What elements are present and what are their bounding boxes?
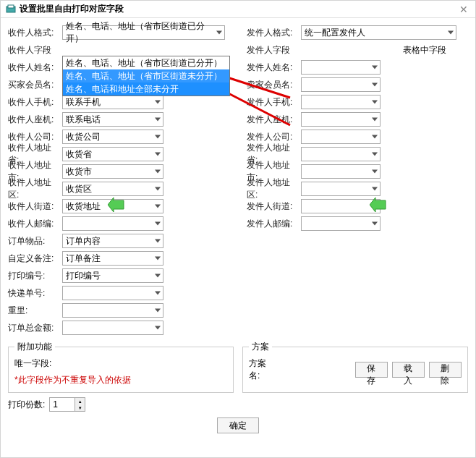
spin-down-icon[interactable]: ▼: [75, 404, 85, 411]
close-icon[interactable]: ✕: [459, 4, 468, 15]
recipient-row-label: 收件人座机:: [8, 114, 62, 126]
recipient-format-dropdown[interactable]: 姓名、电话、地址（省市区街道已分开） 姓名、电话、地址（省市区街道未分开） 姓名…: [62, 56, 230, 96]
svg-rect-1: [8, 5, 14, 8]
chevron-down-icon: [155, 326, 161, 330]
recipient-row-value: 订单备注: [66, 253, 101, 265]
scheme-name-label: 方案名:: [249, 357, 276, 382]
sender-table-header: 表格中字段: [301, 44, 468, 56]
recipient-row-label: 打印编号:: [8, 270, 62, 282]
chevron-down-icon: [155, 292, 161, 295]
chevron-down-icon: [372, 153, 378, 156]
save-button[interactable]: 保存: [355, 362, 388, 378]
chevron-down-icon: [372, 66, 378, 69]
recipient-row-value: 收货市: [66, 166, 92, 178]
recipient-row-select[interactable]: 收货区: [62, 182, 163, 196]
load-button[interactable]: 载入: [392, 362, 425, 378]
recipient-row-value: 收货省: [66, 148, 92, 161]
recipient-row-label: 自定义备注:: [8, 253, 62, 265]
attach-legend: 附加功能: [14, 341, 55, 353]
chevron-down-icon: [155, 222, 161, 226]
recipient-row-value: 联系电话: [66, 114, 101, 126]
recipient-row-select[interactable]: 收货省: [62, 147, 163, 161]
sender-format-value: 统一配置发件人: [305, 27, 365, 39]
sender-row-select[interactable]: [301, 77, 381, 92]
sender-row-label: 发件人姓名:: [247, 62, 301, 74]
recipient-row-select[interactable]: 收货市: [62, 164, 163, 179]
recipient-row-select[interactable]: [62, 303, 163, 318]
recipient-row-label: 订单物品:: [8, 235, 62, 247]
sender-row-select[interactable]: [301, 164, 381, 179]
recipient-row-select[interactable]: 联系电话: [62, 112, 163, 127]
recipient-row-label: 重里:: [8, 305, 62, 317]
recipient-field-header: 收件人字段: [8, 44, 62, 56]
chevron-down-icon: [155, 309, 161, 313]
chevron-down-icon: [155, 274, 161, 278]
chevron-down-icon: [155, 153, 161, 156]
chevron-down-icon: [372, 222, 378, 226]
sender-row-select[interactable]: [301, 95, 381, 109]
sender-row-label: 发件人街道:: [247, 200, 301, 213]
recipient-row-value: 联系手机: [66, 96, 101, 109]
recipient-row-select[interactable]: 打印编号: [62, 268, 163, 283]
chevron-down-icon: [216, 31, 222, 35]
recipient-row-label: 快递单号:: [8, 287, 62, 300]
app-icon: [5, 4, 17, 15]
sender-row-select[interactable]: [301, 147, 381, 161]
sender-format-label: 发件人格式:: [247, 27, 301, 39]
arrow-left-icon: [108, 198, 125, 214]
print-copies-value: 1: [53, 399, 58, 410]
chevron-down-icon: [155, 187, 161, 191]
chevron-down-icon: [155, 118, 161, 122]
chevron-down-icon: [372, 118, 378, 122]
spin-up-icon[interactable]: ▲: [75, 398, 85, 404]
recipient-row-value: 收货地址: [66, 200, 101, 213]
chevron-down-icon: [155, 101, 161, 104]
chevron-down-icon: [372, 187, 378, 191]
recipient-row-label: 收件人地址区:: [8, 177, 62, 201]
window-title: 设置批里自由打印对应字段: [20, 3, 124, 15]
print-copies-label: 打印份数:: [8, 399, 45, 411]
sender-row-select[interactable]: [301, 216, 381, 231]
sender-row-select[interactable]: [301, 199, 381, 213]
recipient-row-select[interactable]: 订单内容: [62, 234, 163, 248]
recipient-row-value: 收货公司: [66, 131, 101, 143]
recipient-row-value: 打印编号: [66, 270, 101, 282]
chevron-down-icon: [155, 257, 161, 260]
recipient-row-label: 收件人邮编:: [8, 218, 62, 230]
ok-button[interactable]: 确定: [217, 417, 259, 433]
recipient-row-select[interactable]: 订单备注: [62, 251, 163, 266]
sender-format-select[interactable]: 统一配置发件人: [301, 25, 456, 40]
chevron-down-icon: [372, 135, 378, 139]
recipient-format-label: 收件人格式:: [8, 27, 62, 39]
dropdown-option[interactable]: 姓名、电话、地址（省市区街道已分开）: [63, 56, 229, 69]
recipient-row-select[interactable]: 收货公司: [62, 130, 163, 144]
print-copies-spinner[interactable]: 1 ▲▼: [49, 397, 85, 412]
recipient-row-select[interactable]: 联系手机: [62, 95, 163, 109]
recipient-row-label: 收件人姓名:: [8, 62, 62, 74]
chevron-down-icon: [372, 101, 378, 104]
recipient-row-select[interactable]: [62, 216, 163, 231]
recipient-format-select[interactable]: 姓名、电话、地址（省市区街道已分开）: [62, 25, 225, 40]
sender-row-select[interactable]: [301, 112, 381, 127]
sender-row-label: 发件人手机:: [247, 96, 301, 109]
sender-row-select[interactable]: [301, 130, 381, 144]
chevron-down-icon: [372, 83, 378, 87]
chevron-down-icon: [155, 205, 161, 208]
unique-field-label: 唯一字段:: [14, 357, 51, 370]
recipient-row-select[interactable]: [62, 321, 163, 335]
delete-button[interactable]: 删除: [429, 362, 462, 378]
attach-fieldset: 附加功能 唯一字段: *此字段作为不重复导入的依据: [8, 341, 234, 393]
unique-field-note: *此字段作为不重复导入的依据: [14, 374, 227, 386]
sender-row-label: 发件人公司:: [247, 131, 301, 143]
recipient-format-value: 姓名、电话、地址（省市区街道已分开）: [66, 20, 211, 45]
sender-row-select[interactable]: [301, 60, 381, 75]
chevron-down-icon: [372, 170, 378, 174]
recipient-row-value: 收货区: [66, 183, 92, 195]
recipient-row-select[interactable]: [62, 286, 163, 300]
dropdown-option[interactable]: 姓名、电话和地址全部未分开: [63, 82, 229, 96]
dropdown-option[interactable]: 姓名、电话、地址（省市区街道未分开）: [63, 69, 229, 82]
scheme-legend: 方案: [249, 341, 272, 353]
recipient-row-label: 买家会员名:: [8, 79, 62, 91]
sender-row-label: 发件人地址区:: [247, 177, 301, 201]
sender-row-select[interactable]: [301, 182, 381, 196]
